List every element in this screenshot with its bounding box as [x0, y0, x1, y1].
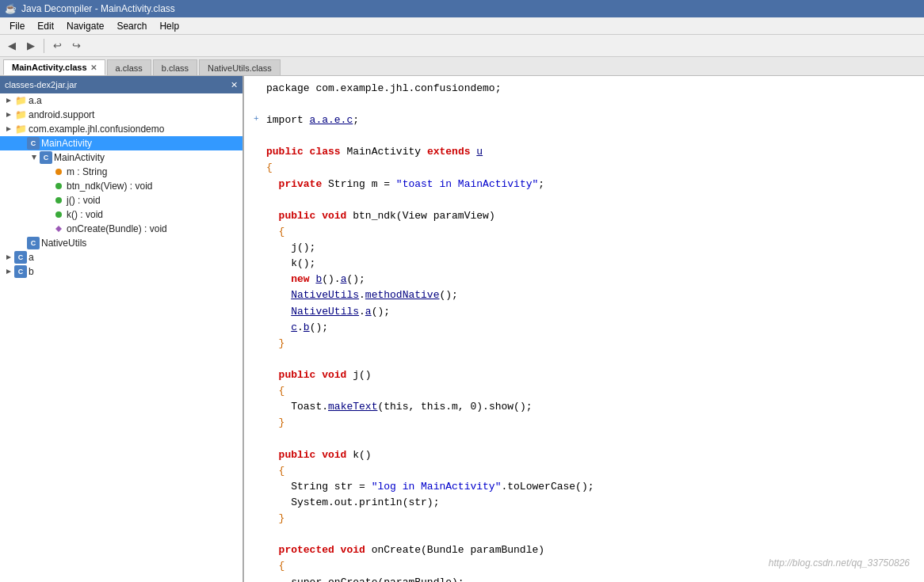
file-tab-nativeutils[interactable]: NativeUtils.class: [199, 59, 281, 75]
tree-node-k-method[interactable]: k() : void: [0, 207, 242, 222]
tree-expander[interactable]: [3, 266, 14, 277]
code-line-text: public void k(): [266, 447, 372, 463]
code-line: }: [254, 336, 914, 352]
menu-item-edit[interactable]: Edit: [31, 19, 60, 33]
code-line-text: String str = "log in MainActivity".toLow…: [266, 479, 594, 495]
menu-item-help[interactable]: Help: [153, 19, 185, 33]
code-line: public void btn_ndk(View paramView): [254, 208, 914, 224]
code-line: c.b();: [254, 320, 914, 336]
tree-node-nativeutils[interactable]: CNativeUtils: [0, 236, 242, 250]
tree-expander: [41, 223, 52, 234]
code-line-text: new b().a();: [266, 272, 365, 287]
code-line-text: import a.a.e.c;: [266, 112, 359, 128]
code-line: {: [254, 160, 914, 176]
tree-node-com[interactable]: 📁com.example.jhl.confusiondemo: [0, 122, 242, 136]
tree-node-btn-method[interactable]: btn_ndk(View) : void: [0, 179, 242, 193]
undo-button[interactable]: ↩: [48, 37, 66, 55]
svg-marker-9: [6, 255, 11, 260]
sidebar-close-icon[interactable]: ✕: [231, 80, 238, 90]
tree-expander[interactable]: [3, 252, 14, 263]
code-line: NativeUtils.a();: [254, 304, 914, 320]
code-line: {: [254, 383, 914, 399]
code-line-text: Toast.makeText(this, this.m, 0).show();: [266, 399, 533, 415]
tree-node-m-field[interactable]: m : String: [0, 165, 242, 179]
svg-point-6: [55, 197, 62, 204]
code-line-text: NativeUtils.methodNative();: [266, 287, 458, 303]
code-line: String str = "log in MainActivity".toLow…: [254, 479, 914, 495]
file-tab-mainactivity[interactable]: MainActivity.class✕: [3, 59, 105, 75]
tree-node-label: btn_ndk(View) : void: [67, 181, 153, 192]
svg-marker-3: [32, 155, 36, 160]
code-line: [254, 128, 914, 144]
code-line: Toast.makeText(this, this.m, 0).show();: [254, 399, 914, 415]
code-line: public void k(): [254, 447, 914, 463]
tree-expander: [41, 181, 52, 192]
tree-expander[interactable]: [3, 109, 14, 120]
menu-item-search[interactable]: Search: [110, 19, 153, 33]
tree-node-icon: C: [40, 151, 52, 164]
tree-node-icon: [52, 208, 65, 221]
code-line: +import a.a.e.c;: [254, 112, 914, 128]
code-line: new b().a();: [254, 272, 914, 287]
code-line-text: {: [266, 383, 284, 399]
code-area: package com.example.jhl.confusiondemo;+i…: [244, 76, 924, 582]
tree-node-a-class[interactable]: Ca: [0, 250, 242, 264]
tree-node-mainactivity-class[interactable]: CMainActivity: [0, 136, 242, 150]
title-text: Java Decompiler - MainActivity.class: [21, 3, 175, 14]
code-line-text: public void j(): [266, 367, 372, 383]
tree-node-label: a: [29, 252, 34, 263]
tree-node-label: MainActivity: [41, 138, 92, 149]
code-lines: package com.example.jhl.confusiondemo;+i…: [254, 81, 914, 582]
back-button[interactable]: ◀: [3, 37, 21, 55]
file-tab-label: b.class: [162, 63, 189, 73]
tree-expander[interactable]: [3, 124, 14, 135]
tree-node-icon: C: [14, 265, 27, 278]
file-tab-close-icon[interactable]: ✕: [90, 63, 97, 72]
tree-expander: [41, 195, 52, 206]
svg-point-5: [55, 183, 62, 189]
sidebar-header: classes-dex2jar.jar ✕: [0, 76, 242, 93]
svg-marker-1: [6, 112, 11, 117]
tree-node-icon: C: [27, 137, 40, 150]
sidebar: classes-dex2jar.jar ✕ 📁a.a📁android.suppo…: [0, 76, 244, 582]
code-line: {: [254, 224, 914, 240]
tree-expander[interactable]: [3, 95, 14, 106]
tree-node-icon: C: [27, 237, 40, 249]
code-line-text: {: [266, 160, 273, 176]
tree-node-b-class[interactable]: Cb: [0, 264, 242, 279]
tree-node-oncreate-method[interactable]: onCreate(Bundle) : void: [0, 222, 242, 236]
tree-node-label: b: [29, 266, 34, 277]
code-line: System.out.println(str);: [254, 495, 914, 511]
code-line: super.onCreate(paramBundle);: [254, 575, 914, 582]
code-line-text: {: [266, 558, 284, 574]
svg-marker-2: [6, 127, 11, 131]
tree-node-icon: 📁: [14, 123, 27, 135]
code-panel: package com.example.jhl.confusiondemo;+i…: [244, 76, 924, 582]
forward-button[interactable]: ▶: [22, 37, 40, 55]
code-line-text: {: [266, 224, 284, 240]
tree-expander[interactable]: [29, 152, 40, 163]
tree-node-label: com.example.jhl.confusiondemo: [29, 124, 164, 135]
code-line-text: public class MainActivity extends u: [266, 144, 483, 160]
tree-node-android[interactable]: 📁android.support: [0, 108, 242, 122]
tree-expander: [41, 166, 52, 177]
code-line: private String m = "toast in MainActivit…: [254, 177, 914, 192]
tree-node-aa[interactable]: 📁a.a: [0, 93, 242, 108]
menu-item-file[interactable]: File: [3, 19, 31, 33]
svg-marker-0: [6, 98, 11, 103]
separator1: [44, 39, 44, 53]
code-line-text: System.out.println(str);: [266, 495, 439, 511]
file-tabs-bar: MainActivity.class✕a.classb.classNativeU…: [0, 57, 924, 76]
file-tab-b-class[interactable]: b.class: [153, 59, 197, 75]
menu-item-navigate[interactable]: Navigate: [60, 19, 110, 33]
tree-node-icon: [52, 180, 65, 192]
code-line: package com.example.jhl.confusiondemo;: [254, 81, 914, 97]
tree-node-label: NativeUtils: [41, 238, 86, 249]
redo-button[interactable]: ↪: [67, 37, 85, 55]
tree-node-mainactivity-node[interactable]: CMainActivity: [0, 150, 242, 165]
tree-node-label: android.support: [29, 109, 94, 120]
tree-node-icon: 📁: [14, 108, 27, 121]
tree-node-j-method[interactable]: j() : void: [0, 193, 242, 207]
code-line: [254, 192, 914, 208]
file-tab-a-class[interactable]: a.class: [107, 59, 151, 75]
